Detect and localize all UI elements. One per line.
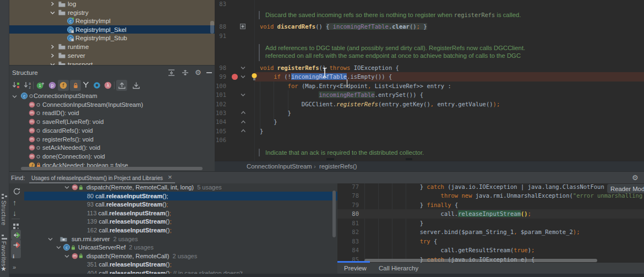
breadcrumb-method[interactable]: registerRefs(): [319, 161, 357, 172]
chevron-right-icon[interactable]: [50, 2, 54, 6]
favorites-tool-icon: [2, 235, 7, 240]
structure-panel: Structure ⚙ az1pfλ cConnectionInputStrea…: [9, 65, 215, 173]
collapse-all-icon[interactable]: [182, 69, 189, 76]
code-token: "error unmarshalling ar: [573, 192, 644, 199]
chevron-down-icon[interactable]: [48, 237, 53, 241]
sort-alphabetically-icon[interactable]: az: [24, 82, 31, 89]
project-vertical-scrollbar[interactable]: [210, 21, 214, 34]
structure-tree-row[interactable]: msaveRef(LiveRef): void: [9, 118, 215, 126]
line-number: 98: [215, 63, 226, 72]
expand-all-icon[interactable]: [168, 69, 175, 76]
fold-chevron-icon[interactable]: [241, 74, 245, 79]
find-settings-gear-icon[interactable]: ⚙: [632, 174, 638, 181]
class-icon: c: [21, 93, 28, 99]
settings-gear-icon[interactable]: ⚙: [195, 69, 201, 76]
find-tab-label[interactable]: Usages of releaseInputStream() in Projec…: [31, 173, 163, 182]
fold-chevron-icon[interactable]: [241, 93, 245, 97]
usage-tree-row[interactable]: 351 call.releaseInputStream();: [9, 260, 337, 269]
comment-text: referenced on all refs with the same end…: [265, 52, 521, 59]
fold-end-icon[interactable]: [241, 120, 246, 124]
chevron-down-icon[interactable]: [64, 254, 69, 258]
favorites-star-icon[interactable]: ★: [1, 265, 7, 273]
tab-preview[interactable]: Preview: [344, 263, 367, 274]
usage-tree-row[interactable]: mdispatch(Remote, RemoteCall) 2 usages: [9, 252, 337, 260]
folder-icon: [58, 9, 66, 15]
show-anonymous-icon[interactable]: [83, 82, 89, 88]
project-tree-row[interactable]: cRegistryImpl_Skel: [9, 25, 215, 34]
stripe-button-structure[interactable]: Structure: [1, 200, 7, 225]
structure-item-label: discardRefs(): void: [42, 127, 93, 135]
structure-tree-row[interactable]: mdone(Connection): void: [9, 152, 215, 160]
project-tree-row[interactable]: server: [9, 51, 215, 59]
project-tree-row[interactable]: cRegistryImpl_Stub: [9, 34, 215, 42]
show-properties-icon[interactable]: p: [48, 82, 56, 89]
usage-text: call.: [99, 270, 110, 274]
structure-tree-row[interactable]: mreadID(): void: [9, 109, 215, 117]
project-tree-row[interactable]: log: [9, 0, 215, 8]
usage-text: call.: [95, 201, 106, 208]
svg-text:λ: λ: [107, 83, 110, 88]
structure-horizontal-scrollbar[interactable]: [21, 167, 203, 170]
autoscroll-to-source-icon[interactable]: [118, 82, 126, 89]
breakpoint-icon[interactable]: [232, 74, 238, 80]
chevron-down-icon[interactable]: [50, 10, 55, 15]
autoscroll-from-source-icon[interactable]: [132, 82, 140, 89]
usage-tree-row[interactable]: 113 call.releaseInputStream();: [9, 209, 337, 218]
show-inherited-icon[interactable]: 1: [36, 82, 45, 89]
intention-bulb-icon[interactable]: [251, 73, 258, 81]
fold-end-icon[interactable]: [241, 110, 246, 115]
preview-editor-pane[interactable]: 77 } catch (java.io.IOException | java.l…: [337, 183, 644, 274]
chevron-right-icon[interactable]: [50, 53, 54, 58]
fold-chevron-icon[interactable]: [241, 66, 245, 70]
usage-tree-row[interactable]: mdispatch(Remote, RemoteCall, int, long)…: [9, 183, 337, 192]
usage-text: call.: [99, 210, 110, 216]
fold-end-icon[interactable]: [241, 128, 246, 133]
hide-panel-icon[interactable]: [206, 72, 212, 73]
usage-tree-row[interactable]: 139 call.releaseInputStream();: [9, 217, 337, 226]
group-methods-icon[interactable]: [93, 82, 101, 89]
show-fields-icon[interactable]: f: [59, 82, 67, 89]
structure-tree-row[interactable]: cConnectionInputStream: [9, 92, 215, 100]
show-lambdas-icon[interactable]: λ: [104, 82, 112, 89]
usage-tree-row[interactable]: 93 call.releaseInputStream();: [9, 200, 337, 209]
chevron-down-icon[interactable]: [64, 185, 69, 189]
chevron-right-icon[interactable]: [50, 45, 54, 49]
usage-tree-row[interactable]: cUnicastServerRef 2 usages: [9, 243, 337, 252]
find-tab-close-icon[interactable]: ×: [168, 173, 172, 181]
code-token: }: [420, 220, 423, 226]
fold-expand-icon[interactable]: [240, 24, 245, 29]
project-tree-row[interactable]: runtime: [9, 42, 215, 51]
code-line: }: [260, 127, 263, 135]
stripe-button-favorites[interactable]: Favorites: [1, 241, 7, 267]
project-tree-row[interactable]: cRegistryImpl: [9, 17, 215, 25]
structure-tree-row[interactable]: mConnectionInputStream(InputStream): [9, 100, 215, 108]
doc-comment-line: referenced on all refs with the same end…: [265, 51, 521, 60]
reader-mode-toggle[interactable]: Reader Mod: [607, 184, 644, 193]
usage-tree-row[interactable]: 80 call.releaseInputStream();: [9, 192, 337, 200]
structure-panel-title: Structure: [12, 68, 38, 77]
class-icon: c: [67, 18, 74, 24]
find-tree-scrollbar[interactable]: [332, 191, 336, 237]
breadcrumb-class[interactable]: ConnectionInputStream: [247, 161, 312, 172]
project-tree-row[interactable]: transport: [9, 60, 215, 65]
usage-tree-row[interactable]: sun.rmi.server 2 usages: [9, 235, 337, 243]
structure-tree-row[interactable]: mdiscardRefs(): void: [9, 126, 215, 134]
editor-pane[interactable]: 83Discard the saved incoming refs so the…: [215, 0, 644, 161]
project-tree-row[interactable]: registry: [9, 8, 215, 17]
structure-tree-row[interactable]: mregisterRefs(): void: [9, 135, 215, 143]
usage-tree-row[interactable]: 404 call.releaseInputStream(); // in cas…: [9, 269, 337, 274]
sort-by-visibility-icon[interactable]: [12, 82, 20, 89]
usage-semicolon: ;: [166, 201, 168, 208]
show-non-public-icon[interactable]: [72, 82, 77, 88]
code-token: ;: [531, 247, 534, 253]
svg-text:m: m: [73, 254, 77, 258]
preview-horizontal-scrollbar[interactable]: [364, 259, 597, 262]
visibility-marker-icon: [36, 120, 40, 124]
code-token: }: [420, 23, 427, 30]
chevron-down-icon[interactable]: [56, 245, 61, 249]
line-number: 78: [345, 191, 359, 200]
structure-tree-row[interactable]: msetAckNeeded(): void: [9, 144, 215, 152]
chevron-down-icon[interactable]: [12, 94, 17, 99]
tab-call-hierarchy[interactable]: Call Hierarchy: [379, 263, 418, 274]
usage-tree-row[interactable]: 162 call.releaseInputStream();: [9, 226, 337, 235]
